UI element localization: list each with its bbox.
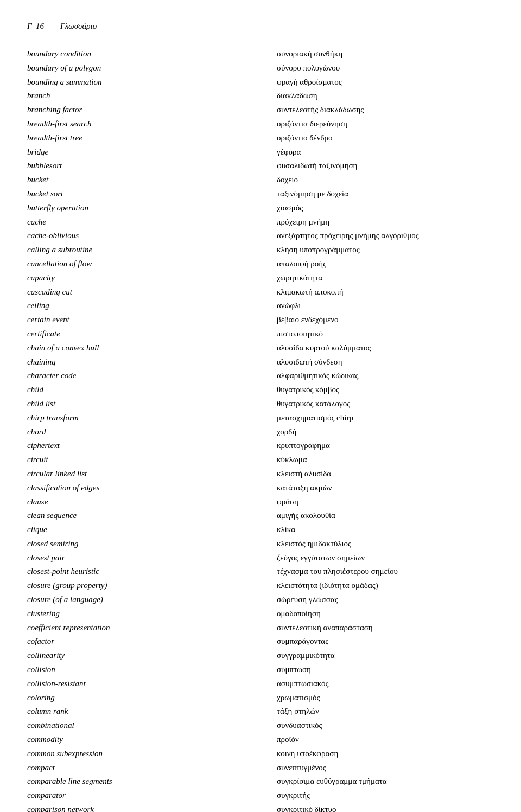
- term: cascading cut: [27, 285, 244, 299]
- list-item: clustering: [27, 607, 244, 621]
- translation: κοινή υποέκφραση: [277, 747, 494, 761]
- list-item: γέφυρα: [277, 145, 494, 159]
- list-item: οριζόντια διερεύνηση: [277, 117, 494, 131]
- list-item: character code: [27, 369, 244, 383]
- list-item: συνοριακή συνθήκη: [277, 47, 494, 61]
- term: comparator: [27, 789, 244, 803]
- list-item: child: [27, 383, 244, 397]
- list-item: τέχνασμα του πλησιέστερου σημείου: [277, 565, 494, 579]
- translation: συνδυαστικός: [277, 719, 494, 733]
- term: circular linked list: [27, 467, 244, 481]
- translation: βέβαιο ενδεχόμενο: [277, 313, 494, 327]
- term: comparable line segments: [27, 775, 244, 789]
- list-item: classification of edges: [27, 481, 244, 495]
- list-item: ταξινόμηση με δοχεία: [277, 187, 494, 201]
- list-item: κύκλωμα: [277, 453, 494, 467]
- term: calling a subroutine: [27, 243, 244, 257]
- translation: συγκριτικό δίκτυο: [277, 803, 494, 812]
- term: compact: [27, 761, 244, 775]
- list-item: branch: [27, 89, 244, 103]
- list-item: ζεύγος εγγύτατων σημείων: [277, 551, 494, 565]
- list-item: child list: [27, 397, 244, 411]
- term: closest-point heuristic: [27, 565, 244, 579]
- list-item: αλυσιδωτή σύνδεση: [277, 355, 494, 369]
- term: branching factor: [27, 103, 244, 117]
- translation: θυγατρικός κατάλογος: [277, 397, 494, 411]
- translation: συγγραμμικότητα: [277, 649, 494, 663]
- list-item: compact: [27, 761, 244, 775]
- translation: τέχνασμα του πλησιέστερου σημείου: [277, 565, 494, 579]
- translation: ανεξάρτητος πρόχειρης μνήμης αλγόριθμος: [277, 229, 494, 243]
- term: comparison network: [27, 803, 244, 812]
- list-item: bridge: [27, 145, 244, 159]
- list-item: clause: [27, 495, 244, 509]
- list-item: commodity: [27, 733, 244, 747]
- list-item: clique: [27, 523, 244, 537]
- translation: κλειστός ημιδακτύλιος: [277, 537, 494, 551]
- list-item: combinational: [27, 719, 244, 733]
- list-item: σύμπτωση: [277, 663, 494, 677]
- translation: κλειστότητα (ιδιότητα ομάδας): [277, 579, 494, 593]
- list-item: συγκρίσιμα ευθύγραμμα τμήματα: [277, 775, 494, 789]
- list-item: χωρητικότητα: [277, 271, 494, 285]
- list-item: comparator: [27, 789, 244, 803]
- translation: πιστοποιητικό: [277, 327, 494, 341]
- list-item: δοχείο: [277, 173, 494, 187]
- translation: κλίκα: [277, 523, 494, 537]
- translation: σύμπτωση: [277, 663, 494, 677]
- translation: συνεπτυγμένος: [277, 761, 494, 775]
- list-item: μετασχηματισμός chirp: [277, 411, 494, 425]
- list-item: collision-resistant: [27, 677, 244, 691]
- list-item: cancellation of flow: [27, 257, 244, 271]
- translation: οριζόντιο δένδρο: [277, 131, 494, 145]
- list-item: calling a subroutine: [27, 243, 244, 257]
- term: certificate: [27, 327, 244, 341]
- term: chirp transform: [27, 411, 244, 425]
- term: clique: [27, 523, 244, 537]
- list-item: κλειστότητα (ιδιότητα ομάδας): [277, 579, 494, 593]
- term: chaining: [27, 355, 244, 369]
- list-item: κλειστή αλυσίδα: [277, 467, 494, 481]
- list-item: cascading cut: [27, 285, 244, 299]
- translation: προϊόν: [277, 733, 494, 747]
- translation: αμιγής ακολουθία: [277, 509, 494, 523]
- translation: σώρευση γλώσσας: [277, 593, 494, 607]
- translation: φράση: [277, 495, 494, 509]
- translation: πρόχειρη μνήμη: [277, 215, 494, 229]
- right-column: συνοριακή συνθήκησύνορο πολυγώνουφραγή α…: [277, 47, 494, 812]
- list-item: closest pair: [27, 551, 244, 565]
- list-item: κλήση υποπρογράμματος: [277, 243, 494, 257]
- list-item: κοινή υποέκφραση: [277, 747, 494, 761]
- term: clustering: [27, 607, 244, 621]
- list-item: cache-oblivious: [27, 229, 244, 243]
- list-item: butterfly operation: [27, 201, 244, 215]
- term: bucket sort: [27, 187, 244, 201]
- list-item: συγγραμμικότητα: [277, 649, 494, 663]
- glossary-columns: boundary conditionboundary of a polygonb…: [27, 47, 494, 812]
- list-item: bounding a summation: [27, 75, 244, 89]
- term: cofactor: [27, 635, 244, 649]
- term: coloring: [27, 691, 244, 705]
- term: cache-oblivious: [27, 229, 244, 243]
- translation: φυσαλιδωτή ταξινόμηση: [277, 159, 494, 173]
- list-item: βέβαιο ενδεχόμενο: [277, 313, 494, 327]
- list-item: συντελεστής διακλάδωσης: [277, 103, 494, 117]
- list-item: οριζόντιο δένδρο: [277, 131, 494, 145]
- list-item: προϊόν: [277, 733, 494, 747]
- list-item: διακλάδωση: [277, 89, 494, 103]
- translation: αλφαριθμητικός κώδικας: [277, 369, 494, 383]
- list-item: certain event: [27, 313, 244, 327]
- term: breadth-first search: [27, 117, 244, 131]
- list-item: common subexpression: [27, 747, 244, 761]
- list-item: συμπαράγοντας: [277, 635, 494, 649]
- list-item: boundary of a polygon: [27, 61, 244, 75]
- term: chord: [27, 425, 244, 439]
- list-item: chirp transform: [27, 411, 244, 425]
- page-title: Γλωσσάριο: [60, 22, 97, 31]
- list-item: χρωματισμός: [277, 691, 494, 705]
- translation: συντελεστική αναπαράσταση: [277, 621, 494, 635]
- list-item: cache: [27, 215, 244, 229]
- translation: ζεύγος εγγύτατων σημείων: [277, 551, 494, 565]
- term: circuit: [27, 453, 244, 467]
- translation: συγκρίσιμα ευθύγραμμα τμήματα: [277, 775, 494, 789]
